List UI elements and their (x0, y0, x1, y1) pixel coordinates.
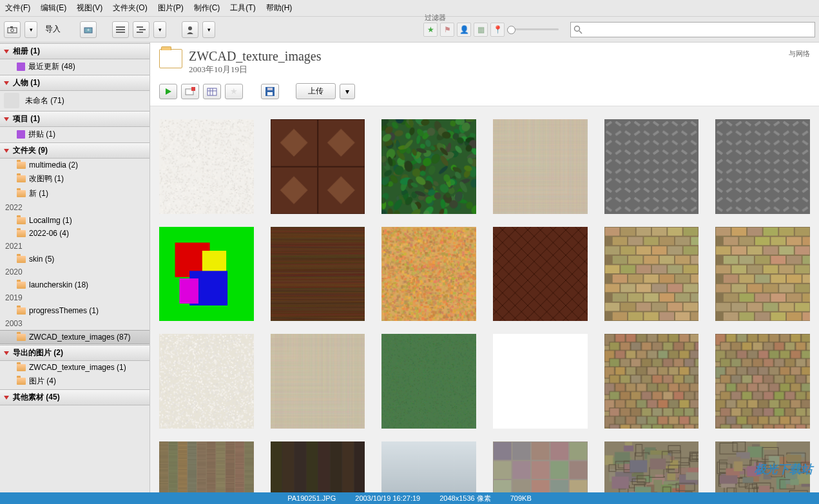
filter-slider[interactable] (507, 28, 559, 30)
tree-item[interactable]: multimedia (2) (0, 159, 149, 171)
thumbnail[interactable] (271, 334, 365, 429)
section-header[interactable]: 人物 (1) (0, 75, 149, 91)
tree-item-label: ZWCAD_texture_images (1) (29, 363, 126, 372)
thumbnail[interactable] (493, 227, 588, 322)
menu-view[interactable]: 视图(V) (74, 1, 105, 15)
add-folder-button[interactable]: + (80, 21, 97, 38)
menu-create[interactable]: 制作(C) (191, 1, 223, 15)
thumbnail[interactable] (159, 119, 254, 214)
upload-button[interactable]: 上传 (296, 83, 336, 99)
thumbnail[interactable] (493, 441, 588, 492)
tree-item[interactable]: LocalImg (1) (0, 214, 149, 227)
tree-item[interactable]: skin (5) (0, 253, 149, 266)
thumbnail[interactable] (159, 334, 254, 429)
section-header[interactable]: 文件夹 (9) (0, 142, 149, 159)
filter-album-icon[interactable]: ▦ (474, 23, 488, 37)
filter-pin-icon[interactable]: 📍 (490, 23, 505, 37)
filter-person-icon[interactable]: 👤 (457, 23, 471, 37)
thumbnail[interactable] (715, 334, 810, 429)
import-label[interactable]: 导入 (41, 24, 64, 35)
thumbnail[interactable] (715, 227, 810, 322)
thumbnail[interactable] (381, 119, 476, 214)
svg-rect-16 (191, 87, 195, 91)
search-icon (573, 25, 583, 34)
year-label[interactable]: 2021 (0, 240, 149, 253)
thumbnail[interactable] (493, 334, 588, 429)
tree-item[interactable]: 图片 (4) (0, 374, 149, 389)
section-header[interactable]: 其他素材 (45) (0, 389, 149, 405)
svg-point-1 (11, 28, 14, 32)
thumbnail[interactable] (604, 441, 699, 492)
svg-rect-6 (116, 29, 125, 30)
search-input[interactable] (570, 22, 815, 37)
thumbnail[interactable] (271, 227, 365, 322)
svg-line-13 (579, 31, 582, 34)
filter-area: 过滤器 ★ ⚑ 👤 ▦ 📍 (423, 22, 815, 37)
section-header[interactable]: 项目 (1) (0, 111, 149, 127)
tree-item[interactable]: progressThemes (1) (0, 304, 149, 317)
thumbnail[interactable] (604, 334, 699, 429)
upload-dropdown[interactable]: ▾ (340, 84, 355, 99)
year-label[interactable]: 2020 (0, 266, 149, 278)
status-filename: PA190251.JPG (287, 494, 336, 502)
thumbnail[interactable] (715, 119, 810, 214)
thumbnail[interactable] (381, 334, 476, 429)
filter-flag-icon[interactable]: ⚑ (440, 23, 454, 37)
folder-icon (17, 364, 26, 371)
menu-tools[interactable]: 工具(T) (227, 1, 258, 15)
thumbnail[interactable] (159, 441, 254, 492)
tree-item[interactable]: 2022-06 (4) (0, 227, 149, 240)
sidebar: 相册 (1)最近更新 (48)人物 (1)未命名 (71)项目 (1)拼贴 (1… (0, 43, 150, 492)
svg-rect-10 (137, 32, 143, 33)
section-header[interactable]: 导出的图片 (2) (0, 345, 149, 361)
thumbnail[interactable] (381, 227, 476, 322)
menu-edit[interactable]: 编辑(E) (38, 1, 69, 15)
tree-item[interactable]: launcherskin (18) (0, 278, 149, 291)
view-list-button[interactable] (112, 21, 129, 38)
thumbnail[interactable] (381, 441, 476, 492)
profile-button[interactable] (182, 21, 198, 38)
tree-item-label: 2022 (5, 203, 23, 212)
camera-import-button[interactable] (4, 21, 21, 38)
profile-dropdown[interactable]: ▾ (202, 21, 215, 38)
svg-rect-17 (207, 88, 217, 95)
tree-item[interactable]: 未命名 (71) (0, 91, 149, 110)
tree-item[interactable]: 拼贴 (1) (0, 127, 149, 142)
tree-item[interactable]: 改图鸭 (1) (0, 171, 149, 186)
view-dropdown[interactable]: ▾ (153, 21, 166, 38)
menu-file[interactable]: 文件(F) (3, 1, 33, 15)
folder-icon (17, 190, 26, 197)
year-label[interactable]: 2003 (0, 317, 149, 330)
web-sync-link[interactable]: 与网络 (789, 49, 810, 59)
section-header[interactable]: 相册 (1) (0, 43, 149, 59)
thumbnail[interactable] (604, 119, 699, 214)
calendar-button[interactable] (203, 84, 221, 99)
year-label[interactable]: 2019 (0, 291, 149, 304)
play-button[interactable] (159, 84, 177, 99)
menu-picture[interactable]: 图片(P) (155, 1, 186, 15)
tree-item[interactable]: 最近更新 (48) (0, 59, 149, 74)
folder-icon (17, 378, 26, 385)
menu-folder[interactable]: 文件夹(O) (110, 1, 149, 15)
thumbnail[interactable] (604, 227, 699, 322)
status-datetime: 2003/10/19 16:27:19 (355, 494, 420, 502)
tree-item[interactable]: 新 (1) (0, 186, 149, 201)
filter-star-icon[interactable]: ★ (423, 23, 438, 37)
thumbnail[interactable] (271, 441, 365, 492)
folder-icon (17, 230, 26, 237)
add-photos-button[interactable] (181, 84, 199, 99)
svg-rect-7 (116, 32, 125, 33)
thumbnail[interactable] (493, 119, 588, 214)
tree-item[interactable]: ZWCAD_texture_images (1) (0, 361, 149, 374)
toolbar: ▾ 导入 + ▾ ▾ 过滤器 ★ ⚑ 👤 ▦ 📍 (0, 17, 819, 43)
menu-help[interactable]: 帮助(H) (264, 1, 295, 15)
tree-item[interactable]: ZWCAD_texture_images (87) (0, 330, 149, 344)
year-label[interactable]: 2022 (0, 201, 149, 214)
camera-dropdown[interactable]: ▾ (24, 21, 37, 38)
thumbnail[interactable] (159, 227, 254, 322)
view-tree-button[interactable] (133, 21, 149, 38)
thumbnail[interactable] (271, 119, 365, 214)
svg-rect-8 (137, 26, 143, 28)
save-button[interactable] (261, 84, 279, 99)
star-button[interactable]: ★ (225, 84, 243, 99)
